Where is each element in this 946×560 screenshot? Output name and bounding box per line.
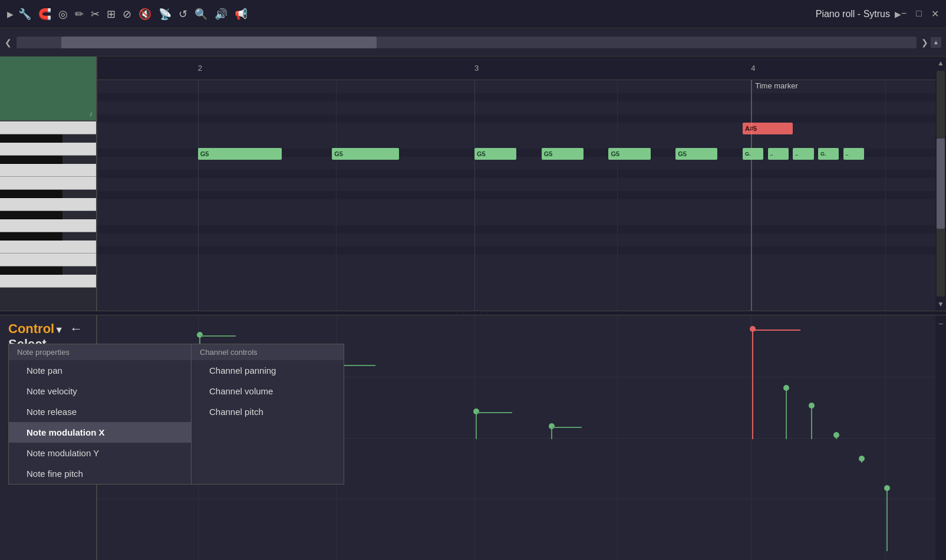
minus-button[interactable]: − — [938, 315, 943, 332]
close-button[interactable]: ✕ — [931, 8, 939, 19]
circle-icon[interactable]: ◎ — [58, 8, 68, 21]
vertical-scrollbar[interactable]: ▲ ▼ — [935, 57, 946, 311]
minimize-button[interactable]: − — [901, 8, 907, 19]
note-label: G5 — [477, 150, 486, 157]
note-g-small-1[interactable]: G. — [743, 148, 764, 160]
horizontal-scrollbar[interactable]: ❮ ❯ ▲ — [0, 28, 946, 57]
scroll-thumb[interactable] — [61, 37, 376, 48]
scroll-up-arrow[interactable]: ▲ — [937, 57, 944, 70]
piano-header: ♪ — [0, 57, 96, 121]
piano-key-row[interactable] — [0, 198, 96, 211]
note-label: G. — [820, 151, 826, 157]
piano-key-row[interactable] — [0, 219, 96, 232]
scroll-right-button[interactable]: ▲ — [931, 37, 941, 48]
pencil-icon[interactable]: ✏ — [75, 8, 84, 21]
piano-key-row[interactable] — [0, 134, 62, 143]
broadcast-icon[interactable]: 📡 — [159, 8, 172, 21]
dropdown-col-channel-controls: Channel controls Channel panning Channel… — [192, 344, 344, 484]
bottom-panel: Control▼ ← Select Note properties Note p… — [0, 315, 946, 560]
ctrl-line-1 — [200, 335, 236, 337]
toolbar: 🔧 🧲 ◎ ✏ ✂ ⊞ ⊘ 🔇 📡 ↺ 🔍 🔊 📢 — [18, 8, 816, 21]
ctrl-dot-6[interactable] — [809, 403, 815, 409]
v-scroll-track[interactable] — [937, 71, 945, 297]
resize-handle[interactable]: · · · · · · — [0, 311, 946, 315]
note-g5-3[interactable]: G5 — [474, 148, 516, 160]
ctrl-stem-5 — [786, 386, 787, 439]
piano-key-row[interactable] — [0, 266, 62, 275]
piano-key-row[interactable] — [0, 156, 62, 164]
scroll-track[interactable] — [17, 37, 917, 48]
dropdown-item-note-mod-x[interactable]: Note modulation X — [9, 422, 191, 443]
dropdown-item-note-release[interactable]: Note release — [9, 401, 191, 422]
wrench-icon[interactable]: 🔧 — [18, 8, 31, 21]
mute-icon[interactable]: 🔇 — [139, 8, 151, 21]
dropdown-item-note-pan[interactable]: Note pan — [9, 360, 191, 381]
play-button[interactable]: ▶ — [7, 9, 14, 19]
dropdown-item-channel-pitch[interactable]: Channel pitch — [192, 401, 344, 422]
piano-key-row[interactable] — [0, 121, 96, 134]
ctrl-dot-5[interactable] — [783, 385, 789, 391]
bottom-right-control[interactable]: − — [935, 315, 946, 560]
grid-row-black — [97, 191, 935, 199]
dropdown-arrow[interactable]: ▼ — [54, 325, 64, 335]
maximize-button[interactable]: □ — [916, 8, 922, 19]
note-g5-2[interactable]: G5 — [332, 148, 399, 160]
grid-row — [97, 178, 935, 191]
note-grid[interactable]: Time marker G5 G5 G5 G5 — [97, 80, 935, 311]
note-g5-6[interactable]: G5 — [675, 148, 717, 160]
note-g5-1[interactable]: G5 — [198, 148, 282, 160]
dropdown-item-channel-panning[interactable]: Channel panning — [192, 360, 344, 381]
dropdown-item-note-fine-pitch[interactable]: Note fine pitch — [9, 463, 191, 484]
ctrl-dot-9[interactable] — [884, 485, 890, 491]
piano-key-row[interactable] — [0, 177, 96, 190]
ctrl-line-3 — [477, 412, 512, 413]
title-arrow-icon[interactable]: ▶ — [895, 9, 901, 19]
piano-key-row[interactable] — [0, 275, 96, 288]
note-small-5[interactable]: .. — [843, 148, 865, 160]
note-as5[interactable]: A#5 — [743, 123, 793, 134]
piano-key-row[interactable] — [0, 211, 62, 219]
ctrl-dot-4[interactable] — [549, 423, 555, 429]
zoom-icon[interactable]: 🔍 — [195, 8, 207, 21]
note-small-3[interactable]: .. — [793, 148, 814, 160]
piano-key-row[interactable] — [0, 232, 62, 241]
piano-key-row[interactable] — [0, 143, 96, 156]
no-icon[interactable]: ⊘ — [123, 8, 131, 21]
scissors-icon[interactable]: ✂ — [91, 8, 100, 21]
window-controls: − □ ✕ — [901, 8, 939, 19]
grid-row — [97, 233, 935, 246]
note-small-2[interactable]: .. — [768, 148, 789, 160]
scroll-left-arrow[interactable]: ❮ — [5, 38, 12, 47]
piano-key-row[interactable] — [0, 190, 62, 198]
scroll-right-arrow[interactable]: ❯ — [921, 38, 928, 47]
ctrl-dot-1[interactable] — [197, 332, 203, 338]
dropdown-item-note-mod-y[interactable]: Note modulation Y — [9, 443, 191, 463]
bottom-left-panel: Control▼ ← Select Note properties Note p… — [0, 315, 97, 560]
ctrl-dot-red[interactable] — [750, 326, 756, 332]
ctrl-dot-3[interactable] — [473, 409, 479, 414]
ctrl-stem-9 — [886, 486, 888, 551]
piano-key-row[interactable] — [0, 241, 96, 253]
magnet-icon[interactable]: 🧲 — [38, 8, 51, 21]
speaker-icon[interactable]: 📢 — [235, 8, 248, 21]
v-scroll-thumb[interactable] — [937, 139, 945, 229]
note-label: .. — [795, 151, 798, 157]
ctrl-dot-7[interactable] — [833, 432, 839, 438]
volume-icon[interactable]: 🔊 — [215, 8, 228, 21]
note-g-small-4[interactable]: G. — [818, 148, 839, 160]
note-label: G. — [745, 151, 751, 157]
piano-roll-area: ♪ 2 3 4 — [0, 57, 946, 311]
loop-icon[interactable]: ↺ — [179, 8, 187, 21]
piano-key-row[interactable] — [0, 253, 96, 266]
snap-icon[interactable]: ⊞ — [107, 8, 116, 21]
ruler: 2 3 4 — [97, 57, 935, 80]
scroll-down-arrow[interactable]: ▼ — [937, 298, 944, 311]
piano-key-row[interactable] — [0, 164, 96, 177]
dropdown-item-note-velocity[interactable]: Note velocity — [9, 381, 191, 401]
select-arrow-icon: ← — [70, 321, 83, 336]
note-g5-4[interactable]: G5 — [542, 148, 584, 160]
note-g5-5[interactable]: G5 — [608, 148, 650, 160]
ctrl-dot-8[interactable] — [859, 456, 865, 462]
dropdown-item-channel-volume[interactable]: Channel volume — [192, 381, 344, 401]
grid-row-black — [97, 114, 935, 123]
